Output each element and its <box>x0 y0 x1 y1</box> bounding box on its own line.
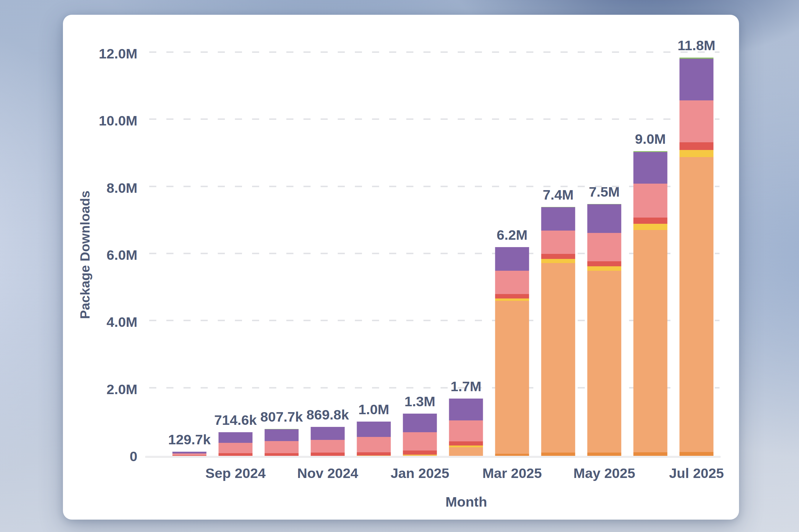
bar-segment-purple <box>679 59 714 100</box>
bar-slot: Jan 20251.3M <box>397 53 443 456</box>
bar-slot: May 20257.5M <box>581 53 627 456</box>
bar-slot: 1.7M <box>443 53 489 456</box>
bar-segment-orange <box>587 271 621 453</box>
bar-slot: Sep 2024714.6k <box>213 53 258 456</box>
bar-segment-pink <box>634 184 668 217</box>
bar-segment-orange <box>449 447 483 456</box>
bar-segment-purple <box>311 427 345 440</box>
bar-segment-purple <box>587 204 621 233</box>
bar-segment-red <box>219 453 253 456</box>
bar-value-label: 1.0M <box>359 401 389 417</box>
bar-slot: Nov 2024869.8k <box>305 53 351 456</box>
stacked-bar: 11.8M <box>679 58 714 456</box>
y-tick-label: 12.0M <box>99 45 138 62</box>
y-tick-label: 4.0M <box>107 314 138 330</box>
gridline <box>149 51 720 53</box>
x-tick-label: Nov 2024 <box>297 465 358 481</box>
x-axis-line <box>145 456 721 458</box>
bar-segment-purple <box>449 399 483 420</box>
y-tick-label: 10.0M <box>99 113 138 129</box>
bar-segment-red <box>634 217 668 224</box>
stacked-bar: 714.6k <box>219 432 253 456</box>
x-tick-label: Jan 2025 <box>391 465 450 481</box>
x-axis-title: Month <box>446 494 487 510</box>
bar-segment-pink <box>541 231 575 254</box>
bar-segment-orange <box>541 263 575 453</box>
bar-value-label: 869.8k <box>306 406 349 423</box>
bars-row: 129.7kSep 2024714.6k807.7kNov 2024869.8k… <box>166 53 720 456</box>
bar-value-label: 807.7k <box>260 408 303 425</box>
bar-value-label: 6.2M <box>497 227 528 243</box>
bar-slot: 129.7k <box>166 53 213 456</box>
bar-segment-red <box>449 441 483 445</box>
bar-segment-purple <box>265 429 299 441</box>
bar-segment-pink <box>587 233 621 261</box>
stacked-bar: 9.0M <box>634 151 668 456</box>
stacked-bar: 1.3M <box>403 414 437 456</box>
bar-value-label: 7.4M <box>543 187 574 203</box>
bar-segment-pink <box>403 432 437 451</box>
x-tick-label: Jul 2025 <box>669 465 724 481</box>
bar-segment-orange <box>634 230 668 452</box>
stacked-bar: 7.4M <box>541 207 575 456</box>
stacked-bar: 1.0M <box>357 422 391 456</box>
bar-slot: Mar 20256.2M <box>489 53 535 456</box>
bar-segment-pink <box>679 100 714 142</box>
bar-slot: Jul 202511.8M <box>673 53 720 456</box>
chart-card: Package Downloads Month 02.0M4.0M6.0M8.0… <box>63 15 739 519</box>
bar-segment-red <box>541 254 575 259</box>
bar-segment-red <box>587 261 621 266</box>
bar-segment-red <box>495 294 529 299</box>
bar-segment-purple <box>219 432 253 443</box>
bar-segment-purple <box>495 247 529 271</box>
x-tick-label: Mar 2025 <box>482 465 542 481</box>
bar-slot: 7.4M <box>535 53 581 456</box>
x-tick-label: May 2025 <box>573 465 635 481</box>
y-tick-label: 2.0M <box>107 381 138 397</box>
bar-value-label: 7.5M <box>589 184 620 200</box>
bar-segment-red <box>265 453 299 456</box>
bar-segment-pink <box>449 420 483 441</box>
stacked-bar: 1.7M <box>449 399 483 456</box>
bar-value-label: 1.7M <box>451 378 482 395</box>
stacked-bar: 129.7k <box>172 452 206 456</box>
bar-segment-yellow <box>679 150 714 157</box>
bar-segment-pink <box>495 271 529 294</box>
bar-slot: 1.0M <box>351 53 397 456</box>
bar-segment-red <box>403 451 437 455</box>
bar-segment-yellow <box>495 299 529 301</box>
y-tick-label: 0 <box>130 448 138 464</box>
bar-segment-purple <box>541 207 575 231</box>
stacked-bar: 6.2M <box>495 247 529 456</box>
bar-segment-pink <box>265 441 299 453</box>
bar-segment-pink <box>311 440 345 453</box>
bar-segment-purple <box>634 152 668 183</box>
bar-slot: 807.7k <box>258 53 305 456</box>
bar-segment-yellow <box>541 259 575 263</box>
bar-segment-yellow <box>634 224 668 230</box>
bar-slot: 9.0M <box>627 53 673 456</box>
bar-segment-yellow <box>587 266 621 271</box>
bar-value-label: 9.0M <box>635 131 666 147</box>
bar-value-label: 11.8M <box>677 37 715 53</box>
stacked-bar: 869.8k <box>311 427 345 456</box>
bar-segment-orange <box>679 157 714 452</box>
y-axis-title: Package Downloads <box>77 190 93 319</box>
y-tick-label: 6.0M <box>107 247 138 263</box>
plot-area: 02.0M4.0M6.0M8.0M10.0M12.0M 129.7kSep 20… <box>149 53 720 456</box>
bar-segment-pink <box>219 443 253 453</box>
stacked-bar: 7.5M <box>587 204 621 456</box>
stacked-bar: 807.7k <box>265 429 299 456</box>
bar-segment-dark-orange <box>679 452 714 456</box>
bar-segment-red <box>679 142 714 150</box>
bar-segment-orange <box>495 301 529 454</box>
bar-value-label: 714.6k <box>214 412 257 428</box>
bar-segment-purple <box>403 414 437 432</box>
y-tick-label: 8.0M <box>107 179 138 196</box>
bar-segment-red <box>311 453 345 456</box>
bar-value-label: 1.3M <box>404 393 436 410</box>
bar-segment-red <box>357 452 391 456</box>
bar-segment-purple <box>357 422 391 437</box>
bar-segment-pink <box>357 437 391 452</box>
bar-value-label: 129.7k <box>168 431 211 448</box>
